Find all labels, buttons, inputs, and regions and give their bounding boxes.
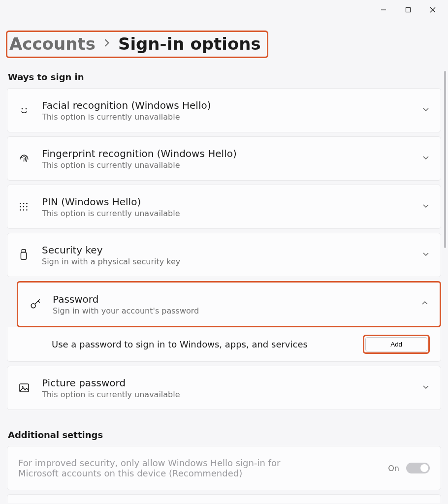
setting-text: For improved security, only allow Window… <box>18 458 294 478</box>
svg-rect-15 <box>22 250 25 252</box>
key-icon <box>29 298 53 311</box>
option-title: Facial recognition (Windows Hello) <box>42 99 422 111</box>
scrollbar-thumb[interactable] <box>444 71 446 248</box>
option-picture-password[interactable]: Picture password This option is currentl… <box>7 366 441 410</box>
svg-point-10 <box>23 206 25 208</box>
chevron-right-icon <box>102 38 111 49</box>
setting-hello-only: For improved security, only allow Window… <box>7 446 441 490</box>
section-additional-label: Additional settings <box>8 430 441 440</box>
svg-rect-16 <box>21 252 26 259</box>
svg-point-13 <box>23 209 25 211</box>
option-password[interactable]: Password Sign in with your account's pas… <box>17 281 441 327</box>
minimize-icon <box>381 7 386 13</box>
svg-point-11 <box>26 206 28 208</box>
option-fingerprint[interactable]: Fingerprint recognition (Windows Hello) … <box>7 136 441 181</box>
chevron-down-icon <box>422 202 430 212</box>
close-icon <box>430 7 436 13</box>
maximize-icon <box>405 7 411 13</box>
option-title: Fingerprint recognition (Windows Hello) <box>42 148 422 159</box>
section-ways-label: Ways to sign in <box>8 72 441 82</box>
toggle-state-label: On <box>388 464 399 473</box>
svg-point-17 <box>31 304 35 308</box>
option-title: Security key <box>42 244 422 256</box>
breadcrumb-current: Sign-in options <box>118 34 261 54</box>
option-subtitle: This option is currently unavailable <box>42 112 422 122</box>
minimize-button[interactable] <box>372 2 395 18</box>
option-pin[interactable]: PIN (Windows Hello) This option is curre… <box>7 185 441 229</box>
svg-line-19 <box>38 301 39 303</box>
add-button[interactable]: Add <box>365 337 427 351</box>
svg-point-5 <box>26 108 27 110</box>
password-detail-text: Use a password to sign in to Windows, ap… <box>52 339 363 349</box>
svg-point-12 <box>20 209 21 211</box>
option-subtitle: Sign in with a physical security key <box>42 257 422 266</box>
maximize-button[interactable] <box>397 2 419 18</box>
content-area: Ways to sign in Facial recognition (Wind… <box>0 58 448 503</box>
svg-point-4 <box>22 108 23 110</box>
close-button[interactable] <box>421 2 444 18</box>
setting-title: Dynamic lock <box>18 503 422 503</box>
option-subtitle: This option is currently unavailable <box>42 209 422 218</box>
chevron-up-icon <box>421 299 429 309</box>
option-subtitle: Sign in with your account's password <box>53 306 421 315</box>
chevron-down-icon <box>422 105 430 115</box>
option-title: Picture password <box>42 377 422 389</box>
face-icon <box>18 104 42 116</box>
option-security-key[interactable]: Security key Sign in with a physical sec… <box>7 233 441 277</box>
svg-point-14 <box>26 209 28 211</box>
option-title: Password <box>53 293 421 305</box>
breadcrumb: Accounts Sign-in options <box>6 31 268 58</box>
svg-point-6 <box>20 203 21 204</box>
svg-point-9 <box>20 206 21 208</box>
keypad-icon <box>18 201 42 212</box>
option-subtitle: This option is currently unavailable <box>42 390 422 399</box>
svg-point-8 <box>26 203 28 204</box>
usb-key-icon <box>18 249 42 261</box>
option-facial[interactable]: Facial recognition (Windows Hello) This … <box>7 88 441 132</box>
window-titlebar <box>0 0 448 20</box>
option-subtitle: This option is currently unavailable <box>42 160 422 170</box>
svg-rect-1 <box>406 8 411 12</box>
picture-icon <box>18 382 42 394</box>
toggle-switch[interactable] <box>406 463 430 473</box>
chevron-down-icon <box>422 154 430 163</box>
breadcrumb-parent[interactable]: Accounts <box>9 34 96 54</box>
option-title: PIN (Windows Hello) <box>42 196 422 208</box>
add-button-highlight: Add <box>363 335 430 354</box>
fingerprint-icon <box>18 153 42 164</box>
chevron-down-icon <box>422 383 430 393</box>
svg-point-7 <box>23 203 25 204</box>
setting-dynamic-lock[interactable]: Dynamic lock Automatically lock your dev… <box>7 494 441 503</box>
svg-rect-20 <box>20 384 29 392</box>
password-detail-row: Use a password to sign in to Windows, ap… <box>7 327 441 362</box>
chevron-down-icon <box>422 250 430 260</box>
